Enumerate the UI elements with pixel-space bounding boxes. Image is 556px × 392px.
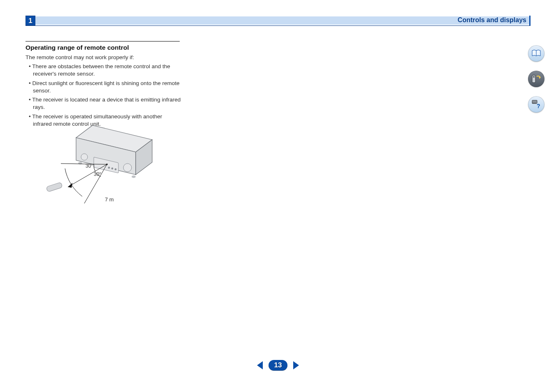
next-page-button[interactable] (293, 361, 299, 369)
bullet-list: There are obstacles between the remote c… (25, 63, 190, 128)
page-number-badge: 13 (269, 360, 288, 371)
intro-text: The remote control may not work properly… (25, 54, 190, 61)
prev-page-button[interactable] (257, 361, 263, 369)
subheading-rule (25, 41, 180, 42)
sidebar-icons: ? (528, 45, 544, 113)
svg-point-8 (115, 168, 116, 170)
svg-point-5 (123, 164, 132, 172)
distance-label: 7 m (105, 196, 114, 203)
chapter-number-badge: 1 (25, 16, 35, 25)
list-item: There are obstacles between the remote c… (29, 63, 181, 78)
section-title-bar (529, 16, 531, 25)
section-title: Controls and displays (458, 16, 526, 24)
angle-lower-label: 30° (94, 171, 101, 177)
remote-icon[interactable] (528, 71, 544, 87)
svg-point-23 (534, 103, 535, 104)
svg-point-10 (132, 175, 136, 178)
svg-point-3 (81, 154, 88, 160)
header-band (25, 16, 531, 25)
angle-upper-label: 30° (86, 163, 93, 169)
content-column: Operating range of remote control The re… (25, 41, 190, 129)
svg-rect-19 (533, 76, 535, 78)
svg-point-24 (535, 103, 536, 104)
svg-text:?: ? (537, 103, 540, 109)
help-icon[interactable]: ? (528, 96, 544, 113)
subheading: Operating range of remote control (25, 44, 190, 51)
svg-point-22 (533, 103, 533, 104)
svg-point-7 (111, 168, 113, 169)
list-item: Direct sunlight or fluorescent light is … (29, 80, 181, 95)
operating-range-diagram: 30° 30° 7 m (45, 123, 164, 210)
pager: 13 (0, 360, 556, 371)
book-icon[interactable] (528, 45, 544, 62)
svg-line-13 (84, 164, 107, 203)
svg-point-6 (108, 167, 110, 168)
svg-rect-16 (46, 182, 63, 192)
list-item: The receiver is located near a device th… (29, 96, 181, 111)
